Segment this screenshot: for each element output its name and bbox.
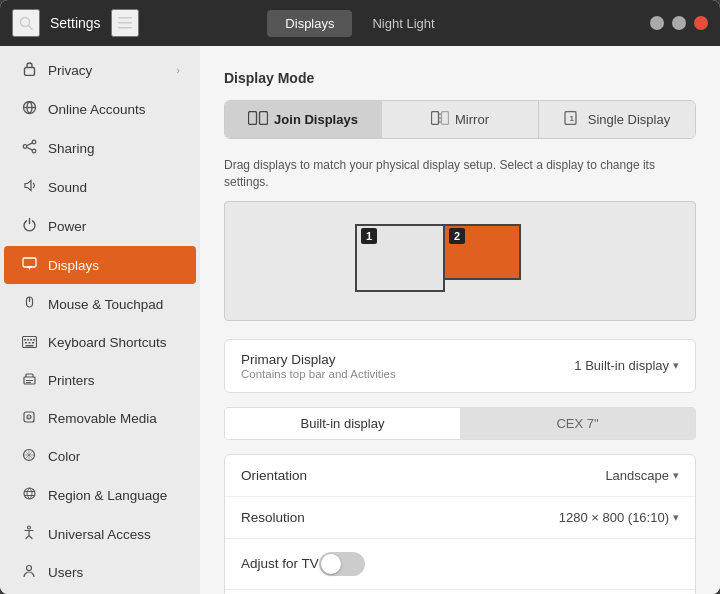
sidebar-item-power[interactable]: Power	[4, 207, 196, 245]
sidebar-item-removable-media[interactable]: Removable Media	[4, 400, 196, 437]
sidebar-label-online-accounts: Online Accounts	[48, 102, 146, 117]
mirror-label: Mirror	[455, 112, 489, 127]
sidebar-label-privacy: Privacy	[48, 63, 92, 78]
svg-point-31	[28, 416, 29, 417]
sidebar-label-keyboard: Keyboard Shortcuts	[48, 335, 167, 350]
sidebar-item-color[interactable]: Color	[4, 438, 196, 475]
mode-btn-mirror[interactable]: Mirror	[382, 101, 539, 138]
sidebar-label-printers: Printers	[48, 373, 95, 388]
titlebar-left: Settings	[12, 9, 267, 37]
svg-point-7	[32, 140, 36, 144]
svg-rect-21	[33, 339, 35, 341]
sidebar-label-sharing: Sharing	[48, 141, 95, 156]
removable-media-icon	[20, 410, 38, 427]
section-title: Display Mode	[224, 70, 696, 86]
orientation-value-text: Landscape	[605, 468, 669, 483]
svg-rect-25	[25, 345, 33, 347]
universal-access-icon	[20, 525, 38, 543]
svg-text:1: 1	[569, 114, 574, 123]
sound-icon	[20, 178, 38, 196]
sidebar-label-power: Power	[48, 219, 86, 234]
primary-display-value-text: 1 Built-in display	[574, 358, 669, 373]
svg-rect-22	[25, 342, 27, 344]
sidebar-item-mouse-touchpad[interactable]: Mouse & Touchpad	[4, 285, 196, 323]
svg-line-11	[26, 147, 32, 150]
svg-rect-20	[30, 339, 32, 341]
svg-line-1	[29, 26, 33, 30]
sidebar-item-sharing[interactable]: Sharing	[4, 129, 196, 167]
svg-line-10	[26, 143, 32, 146]
single-display-label: Single Display	[588, 112, 670, 127]
svg-point-33	[24, 488, 35, 499]
display-1[interactable]: 1	[355, 224, 445, 292]
svg-rect-27	[26, 380, 33, 381]
join-displays-icon	[248, 111, 268, 128]
online-accounts-icon	[20, 100, 38, 118]
join-displays-label: Join Displays	[274, 112, 358, 127]
window-controls: – □ ✕	[453, 16, 708, 30]
svg-rect-2	[118, 17, 132, 19]
svg-rect-4	[118, 27, 132, 29]
hamburger-button[interactable]	[111, 9, 139, 37]
chevron-icon: ›	[176, 64, 180, 76]
svg-point-37	[27, 566, 32, 571]
sidebar-label-region: Region & Language	[48, 488, 167, 503]
fractional-scaling-row: Fractional Scaling May increase power us…	[225, 590, 695, 594]
svg-rect-24	[32, 342, 34, 344]
sidebar-item-keyboard[interactable]: Keyboard Shortcuts	[4, 324, 196, 361]
mouse-icon	[20, 295, 38, 313]
adjust-tv-knob	[321, 554, 341, 574]
svg-rect-23	[28, 342, 30, 344]
svg-rect-19	[27, 339, 29, 341]
primary-display-value[interactable]: 1 Built-in display ▾	[574, 358, 679, 373]
resolution-value[interactable]: 1280 × 800 (16:10) ▾	[559, 510, 679, 525]
adjust-tv-toggle[interactable]	[319, 552, 365, 576]
primary-display-info: Primary Display Contains top bar and Act…	[241, 352, 396, 380]
close-button[interactable]: ✕	[694, 16, 708, 30]
display-mode-selector: Join Displays Mirror	[224, 100, 696, 139]
sidebar-label-displays: Displays	[48, 258, 99, 273]
resolution-value-text: 1280 × 800 (16:10)	[559, 510, 669, 525]
sidebar-item-online-accounts[interactable]: Online Accounts	[4, 90, 196, 128]
sidebar-label-removable: Removable Media	[48, 411, 157, 426]
displays-icon	[20, 256, 38, 274]
display-2[interactable]: 2	[443, 224, 521, 280]
titlebar: Settings Displays Night Light – □ ✕	[0, 0, 720, 46]
svg-point-36	[28, 526, 31, 529]
power-icon	[20, 217, 38, 235]
sidebar-item-sound[interactable]: Sound	[4, 168, 196, 206]
sidebar-item-displays[interactable]: Displays	[4, 246, 196, 284]
primary-display-card: Primary Display Contains top bar and Act…	[224, 339, 696, 393]
printer-icon	[20, 372, 38, 389]
maximize-button[interactable]: □	[672, 16, 686, 30]
sidebar-label-mouse: Mouse & Touchpad	[48, 297, 163, 312]
sidebar-item-universal-access[interactable]: Universal Access	[4, 515, 196, 553]
adjust-tv-label: Adjust for TV	[241, 556, 319, 571]
sub-tab-builtin[interactable]: Built-in display	[225, 408, 460, 439]
orientation-label: Orientation	[241, 468, 307, 483]
sidebar-label-sound: Sound	[48, 180, 87, 195]
svg-rect-45	[249, 112, 257, 125]
svg-rect-12	[23, 258, 36, 267]
primary-display-row: Primary Display Contains top bar and Act…	[225, 340, 695, 392]
tab-night-light[interactable]: Night Light	[354, 10, 452, 37]
svg-rect-46	[260, 112, 268, 125]
sidebar-item-printers[interactable]: Printers	[4, 362, 196, 399]
search-button[interactable]	[12, 9, 40, 37]
svg-rect-48	[442, 112, 449, 125]
svg-point-8	[23, 145, 27, 149]
adjust-tv-row: Adjust for TV	[225, 539, 695, 590]
sidebar-item-privacy[interactable]: Privacy ›	[4, 51, 196, 89]
minimize-button[interactable]: –	[650, 16, 664, 30]
mode-btn-join[interactable]: Join Displays	[225, 101, 382, 138]
orientation-value[interactable]: Landscape ▾	[605, 468, 679, 483]
sidebar-item-region[interactable]: Region & Language	[4, 476, 196, 514]
mode-btn-single[interactable]: 1 Single Display	[539, 101, 695, 138]
sharing-icon	[20, 139, 38, 157]
display-preview[interactable]: 1 2	[224, 201, 696, 321]
tab-bar: Displays Night Light	[267, 10, 452, 37]
sub-tab-cex7[interactable]: CEX 7"	[460, 408, 695, 439]
tab-displays[interactable]: Displays	[267, 10, 352, 37]
primary-display-dropdown-arrow: ▾	[673, 359, 679, 372]
sidebar-item-users[interactable]: Users	[4, 554, 196, 591]
